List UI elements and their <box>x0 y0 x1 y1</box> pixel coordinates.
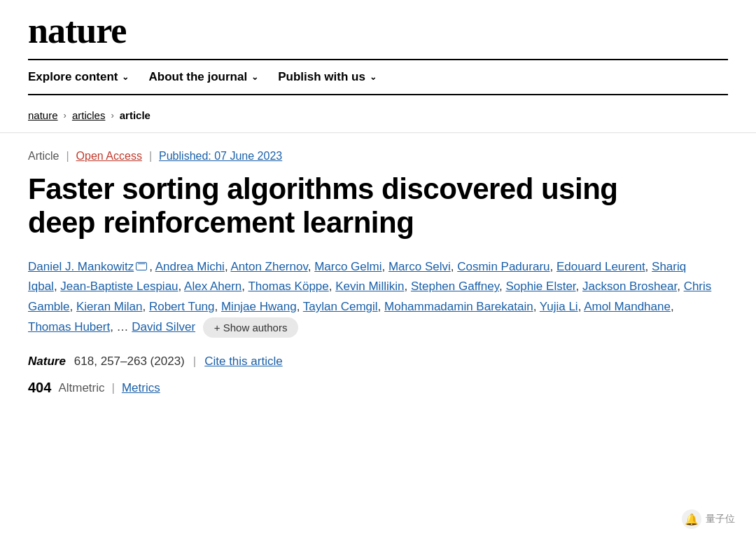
meta-separator-2: | <box>149 150 152 163</box>
watermark: 🔔 量子位 <box>682 509 735 529</box>
altmetric-score: 404 <box>28 380 51 396</box>
author-thomas-koppe[interactable]: Thomas Köppe <box>248 280 328 293</box>
watermark-label: 量子位 <box>706 513 735 525</box>
author-minjae-hwang[interactable]: Minjae Hwang <box>221 300 297 313</box>
author-taylan-cemgil[interactable]: Taylan Cemgil <box>303 300 378 313</box>
metrics-link[interactable]: Metrics <box>122 381 160 395</box>
metrics-line: 404 Altmetric | Metrics <box>28 380 728 396</box>
breadcrumb-section: nature › articles › article <box>0 95 756 133</box>
article-section: Article | Open Access | Published: 07 Ju… <box>0 133 756 417</box>
author-cosmin-paduraru[interactable]: Cosmin Paduraru <box>457 260 550 273</box>
author-marco-selvi[interactable]: Marco Selvi <box>388 260 451 273</box>
breadcrumb-articles[interactable]: articles <box>72 109 106 121</box>
author-sophie-elster[interactable]: Sophie Elster <box>505 280 575 293</box>
author-alex-ahern[interactable]: Alex Ahern <box>184 280 241 293</box>
altmetric-label: Altmetric <box>58 381 104 395</box>
journal-name: Nature <box>28 355 66 369</box>
breadcrumb-separator-2: › <box>111 110 113 121</box>
author-mohammadamin-barekatain[interactable]: Mohammadamin Barekatain <box>384 300 533 313</box>
volume: 618 <box>74 355 94 368</box>
author-thomas-hubert[interactable]: Thomas Hubert <box>28 320 110 334</box>
meta-separator-1: | <box>66 150 69 163</box>
nav-explore-content[interactable]: Explore content ⌄ <box>28 70 148 84</box>
author-amol-mandhane[interactable]: Amol Mandhane <box>584 300 671 313</box>
citation-line: Nature 618, 257–263 (2023) | Cite this a… <box>28 355 728 369</box>
nav-publish-with-us-label: Publish with us <box>278 70 365 84</box>
nav-explore-content-label: Explore content <box>28 70 118 84</box>
article-type: Article <box>28 150 59 163</box>
published-link[interactable]: Published: 07 June 2023 <box>159 150 282 163</box>
citation-details: 618, 257–263 (2023) <box>74 355 185 369</box>
breadcrumb-nature[interactable]: nature <box>28 109 58 121</box>
author-david-silver[interactable]: David Silver <box>132 320 195 334</box>
nav-about-journal[interactable]: About the journal ⌄ <box>148 70 278 84</box>
nav-publish-with-us[interactable]: Publish with us ⌄ <box>278 70 396 84</box>
chevron-down-icon: ⌄ <box>251 72 258 82</box>
site-logo[interactable]: nature <box>28 11 126 50</box>
breadcrumb-current: article <box>120 109 150 121</box>
chevron-down-icon: ⌄ <box>370 72 377 82</box>
open-access-link[interactable]: Open Access <box>76 150 142 163</box>
author-stephen-gaffney[interactable]: Stephen Gaffney <box>411 280 499 293</box>
breadcrumb-separator-1: › <box>64 110 66 121</box>
author-robert-tung[interactable]: Robert Tung <box>149 300 215 313</box>
author-kevin-millikin[interactable]: Kevin Millikin <box>335 280 404 293</box>
citation-separator: | <box>193 355 196 369</box>
authors-section: Daniel J. Mankowitz, Andrea Michi, Anton… <box>28 257 714 338</box>
author-andrea-michi[interactable]: Andrea Michi <box>155 260 225 273</box>
author-jackson-broshear[interactable]: Jackson Broshear <box>582 280 677 293</box>
watermark-emoji: 🔔 <box>685 513 699 526</box>
author-edouard-leurent[interactable]: Edouard Leurent <box>556 260 645 273</box>
author-jean-baptiste-lespiau[interactable]: Jean-Baptiste Lespiau <box>60 280 178 293</box>
article-title: Faster sorting algorithms discovered usi… <box>28 172 658 240</box>
email-icon <box>136 262 147 270</box>
author-kieran-milan[interactable]: Kieran Milan <box>76 300 143 313</box>
chevron-down-icon: ⌄ <box>122 72 129 82</box>
author-marco-gelmi[interactable]: Marco Gelmi <box>314 260 382 273</box>
author-anton-zhernov[interactable]: Anton Zhernov <box>230 260 307 273</box>
logo-area: nature <box>28 13 728 49</box>
article-meta-line: Article | Open Access | Published: 07 Ju… <box>28 150 728 163</box>
breadcrumb: nature › articles › article <box>28 109 728 121</box>
site-header: nature Explore content ⌄ About the journ… <box>0 0 756 95</box>
nav-about-journal-label: About the journal <box>148 70 247 84</box>
main-nav: Explore content ⌄ About the journal ⌄ Pu… <box>28 59 728 95</box>
year: 2023 <box>154 355 181 368</box>
watermark-icon: 🔔 <box>682 509 701 529</box>
author-yujia-li[interactable]: Yujia Li <box>540 300 578 313</box>
metrics-separator: | <box>112 381 115 395</box>
show-authors-button[interactable]: + Show authors <box>203 317 299 338</box>
pages: 257–263 <box>101 355 147 368</box>
cite-this-article-link[interactable]: Cite this article <box>204 355 282 369</box>
author-daniel-mankowitz[interactable]: Daniel J. Mankowitz <box>28 260 134 273</box>
